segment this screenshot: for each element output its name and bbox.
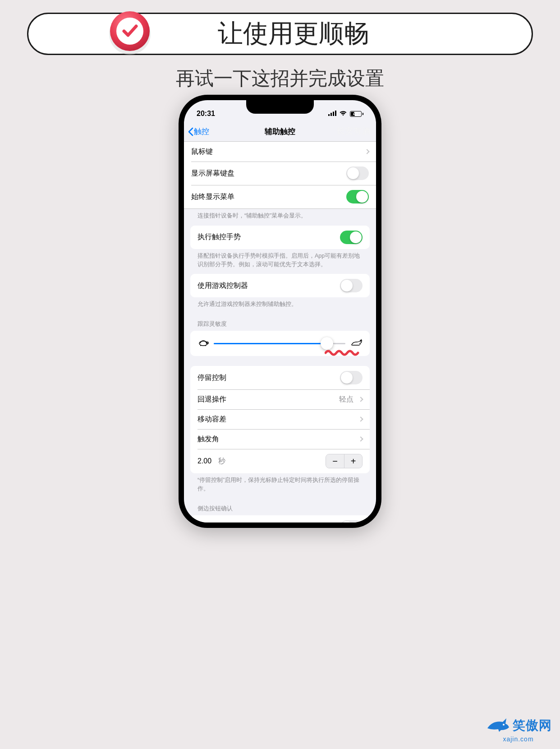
nav-back-button[interactable]: 触控 [188, 126, 209, 137]
row-use-game-controller[interactable]: 使用游戏控制器 [190, 274, 370, 297]
chevron-right-icon [358, 397, 363, 402]
phone-frame: 20:31 [179, 95, 381, 528]
row-dwell-time: 2.00 秒 − + [190, 449, 370, 473]
site-name: 笑傲网 [513, 717, 552, 734]
switch-use-game-controller[interactable] [340, 279, 363, 292]
chevron-right-icon [364, 149, 369, 154]
page-subtitle: 再试一下这招并完成设置 [0, 66, 560, 91]
switch-confirm-with-assistive-touch[interactable] [340, 520, 363, 523]
group-footer: “停留控制”启用时，保持光标静止特定时间将执行所选的停留操作。 [184, 473, 376, 499]
group-touch-gestures: 执行触控手势 [190, 226, 370, 249]
group-dwell-control: 停留控制 回退操作 轻点 移动容差 触发角 [190, 366, 370, 473]
svg-rect-6 [335, 111, 336, 116]
row-fallback-action[interactable]: 回退操作 轻点 [190, 389, 370, 409]
group-game-controller: 使用游戏控制器 [190, 274, 370, 297]
svg-rect-5 [333, 112, 334, 116]
row-label: 移动容差 [197, 415, 226, 424]
row-dwell-control[interactable]: 停留控制 [190, 366, 370, 389]
row-label: 始终显示菜单 [191, 192, 234, 202]
svg-rect-3 [328, 114, 330, 116]
banner-title: 让使用更顺畅 [218, 17, 369, 51]
nav-back-label: 触控 [194, 126, 209, 137]
cellular-icon [328, 110, 336, 118]
status-right: 41 [328, 110, 363, 118]
row-always-show-menu[interactable]: 始终显示菜单 [184, 185, 376, 208]
switch-always-show-menu[interactable] [346, 190, 369, 203]
site-watermark: 笑傲网 xajin.com [485, 717, 552, 743]
svg-rect-4 [330, 113, 332, 116]
row-label: 停留控制 [197, 373, 226, 383]
status-time: 20:31 [197, 110, 215, 118]
row-show-onscreen-keyboard[interactable]: 显示屏幕键盘 [184, 162, 376, 185]
group-footer: 连接指针设备时，“辅助触控”菜单会显示。 [184, 209, 376, 226]
annotation-squiggle-icon [325, 348, 361, 356]
row-label: 回退操作 [197, 395, 226, 404]
tracking-slider[interactable] [214, 337, 345, 350]
section-header-side-button: 侧边按钮确认 [184, 499, 376, 515]
row-label: 使用游戏控制器 [197, 281, 248, 291]
chevron-right-icon [358, 436, 363, 441]
dwell-time-value: 2.00 [197, 457, 211, 465]
row-label: 鼠标键 [191, 147, 213, 157]
row-confirm-with-assistive-touch[interactable]: 通过辅助触控确认 [190, 515, 370, 523]
stepper-decrease-button[interactable]: − [326, 454, 344, 468]
stepper-increase-button[interactable]: + [344, 454, 362, 468]
chevron-left-icon [188, 127, 194, 136]
hare-icon [350, 338, 363, 348]
phone-screen: 20:31 [184, 100, 376, 522]
dwell-time-stepper: − + [326, 454, 363, 468]
group-side-button: 通过辅助触控确认 [190, 515, 370, 523]
page-banner: 让使用更顺畅 [27, 13, 533, 55]
screenshot-watermark: 长安有酒 [336, 125, 371, 136]
row-mouse-keys[interactable]: 鼠标键 [184, 142, 376, 162]
tortoise-icon [197, 338, 209, 348]
site-domain: xajin.com [503, 735, 533, 743]
section-header-tracking: 跟踪灵敏度 [184, 314, 376, 331]
slider-thumb[interactable] [321, 337, 333, 350]
group-footer: 允许通过游戏控制器来控制辅助触控。 [184, 297, 376, 314]
switch-dwell-control[interactable] [340, 371, 363, 384]
row-label: 触发角 [197, 435, 219, 444]
dwell-time-unit: 秒 [218, 457, 225, 465]
switch-show-onscreen-keyboard[interactable] [346, 166, 369, 180]
settings-content[interactable]: 鼠标键 显示屏幕键盘 始终显示菜单 连接指针设备时，“辅助触控”菜单会显示。 执… [184, 142, 376, 522]
row-hot-corners[interactable]: 触发角 [190, 429, 370, 449]
row-value: 轻点 [339, 395, 353, 404]
shark-icon [485, 717, 510, 735]
phone-notch [246, 100, 314, 114]
checkmark-badge-icon [105, 8, 155, 57]
row-perform-touch-gestures[interactable]: 执行触控手势 [190, 226, 370, 249]
row-movement-tolerance[interactable]: 移动容差 [190, 409, 370, 429]
row-label: 执行触控手势 [197, 232, 241, 242]
group-pointer-devices: 鼠标键 显示屏幕键盘 始终显示菜单 [184, 142, 376, 209]
nav-title: 辅助触控 [265, 126, 295, 137]
nav-bar: 触控 辅助触控 长安有酒 [184, 122, 376, 142]
wifi-icon [339, 110, 347, 118]
row-label: 通过辅助触控确认 [197, 522, 255, 522]
battery-icon: 41 [350, 111, 363, 117]
group-footer: 搭配指针设备执行手势时模拟手指。启用后，App可能有差别地识别部分手势。例如，滚… [184, 249, 376, 274]
chevron-right-icon [358, 416, 363, 421]
row-label: 显示屏幕键盘 [191, 169, 234, 178]
switch-perform-touch-gestures[interactable] [340, 231, 363, 244]
svg-point-11 [503, 724, 505, 726]
battery-percent: 41 [353, 111, 358, 116]
